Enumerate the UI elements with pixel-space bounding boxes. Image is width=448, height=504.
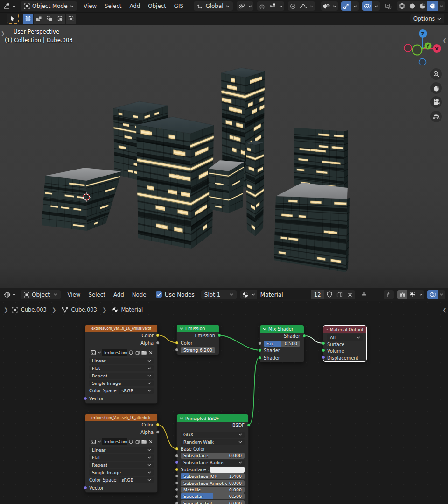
socket-input-subsurface-ior[interactable] — [175, 474, 179, 478]
select-mode-subtract-icon[interactable] — [44, 14, 55, 24]
material-name-field[interactable]: Material — [257, 290, 311, 299]
orthographic-toggle-icon[interactable] — [430, 111, 442, 122]
menu-3d-select[interactable]: Select — [101, 3, 126, 9]
snap-node-chevron-icon[interactable] — [418, 290, 424, 299]
node-material-output[interactable]: Material OutputAllSurfaceVolumeDisplacem… — [323, 325, 367, 362]
socket-input-specular-tint[interactable] — [175, 501, 179, 504]
socket-input-metallic[interactable] — [175, 488, 179, 491]
socket-input-subsurface-anisotropy[interactable] — [175, 481, 179, 485]
image-unlink-icon[interactable] — [147, 349, 154, 356]
editor-type-3d-viewport-icon[interactable] — [2, 1, 12, 11]
color-swatch-subsurface-[interactable] — [210, 467, 245, 473]
select-flat[interactable]: Flat — [89, 454, 154, 461]
select-flat[interactable]: Flat — [89, 365, 154, 371]
editor-type-chevron-icon[interactable] — [12, 5, 16, 7]
socket-input-color[interactable] — [175, 341, 179, 345]
socket-input-fac[interactable] — [258, 341, 262, 345]
snap-target-icon[interactable] — [267, 1, 278, 11]
menu-shader-select[interactable]: Select — [84, 291, 109, 298]
node-image-texture-emissive[interactable]: TexturesCom_Var...6_1K_emissive.tifColor… — [85, 324, 158, 404]
socket-output-alpha[interactable] — [156, 430, 160, 434]
socket-output-color[interactable] — [156, 334, 160, 337]
overlays-chevron-icon[interactable] — [372, 1, 380, 11]
menu-3d-object[interactable]: Object — [144, 3, 170, 9]
slider-strength[interactable]: Strength6.200 — [181, 347, 215, 353]
slider-subsurface-anisotropy[interactable]: Subsurface Anisotropy0.000 — [181, 480, 245, 486]
browse-material-icon[interactable] — [240, 290, 251, 299]
menu-shader-node[interactable]: Node — [128, 291, 150, 298]
select-all[interactable]: All — [327, 334, 363, 341]
node-collapse-icon[interactable] — [326, 328, 328, 331]
socket-input-shader[interactable] — [258, 348, 262, 352]
node-image-texture-albedo[interactable]: TexturesCom_Var...se6_1K_albedo.tiColorA… — [85, 413, 158, 493]
editor-type-shader-icon[interactable] — [2, 290, 12, 299]
shading-solid-icon[interactable] — [407, 1, 417, 11]
snap-node-magnet-icon[interactable] — [397, 290, 407, 299]
socket-input-volume[interactable] — [322, 348, 325, 352]
navigation-gizmo[interactable]: ZYX — [403, 26, 442, 65]
show-overlays-icon[interactable] — [362, 1, 372, 11]
select-color-space[interactable]: sRGB — [119, 477, 154, 483]
socket-input-base-color[interactable] — [175, 447, 179, 451]
new-material-copy-icon[interactable] — [335, 290, 345, 299]
select-repeat[interactable]: Repeat — [89, 462, 154, 468]
select-mode-invert-icon[interactable] — [55, 14, 65, 24]
shading-wireframe-icon[interactable] — [397, 1, 407, 11]
pivot-point-icon[interactable] — [237, 1, 247, 11]
socket-output-bsdf[interactable] — [247, 423, 251, 427]
menu-3d-gis[interactable]: GIS — [170, 3, 187, 9]
shader-type-dropdown[interactable]: Object — [21, 290, 61, 299]
fake-user-shield-icon[interactable] — [324, 290, 335, 299]
slider-specular[interactable]: Specular0.500 — [181, 493, 245, 499]
snap-chevron-icon[interactable] — [278, 1, 284, 11]
falloff-chevron-icon[interactable] — [308, 1, 315, 11]
image-copy-icon[interactable] — [134, 349, 140, 356]
image-open-folder-icon[interactable] — [141, 349, 147, 356]
shader-node-editor[interactable]: ❯ Cube.003 ❯ Cube.003 ❯ Material ❮ Textu… — [0, 301, 448, 504]
options-dropdown[interactable]: Options — [410, 14, 444, 23]
material-users-count[interactable]: 12 — [311, 290, 324, 299]
show-object-types-icon[interactable] — [321, 1, 331, 11]
pin-icon[interactable] — [359, 290, 369, 299]
image-name-field[interactable]: TexturesCom_... — [102, 349, 127, 356]
mode-dropdown[interactable]: Object Mode — [21, 1, 77, 11]
image-open-folder-icon[interactable] — [141, 438, 147, 445]
slider-specular-tint[interactable]: Specular Tint0.000 — [181, 500, 245, 504]
menu-shader-add[interactable]: Add — [109, 291, 128, 298]
socket-input-vector[interactable] — [84, 397, 87, 400]
parent-node-tree-icon[interactable] — [384, 290, 394, 299]
socket-output-emission[interactable] — [217, 334, 221, 337]
image-fake-user-shield-icon[interactable] — [128, 349, 134, 356]
socket-output-alpha[interactable] — [156, 341, 160, 345]
node-collapse-icon[interactable] — [180, 417, 183, 419]
node-collapse-icon[interactable] — [263, 328, 266, 330]
transform-orientation-dropdown[interactable]: Global — [194, 1, 232, 11]
select-color-space[interactable]: sRGB — [119, 388, 154, 394]
browse-material-chevron-icon[interactable] — [251, 290, 257, 299]
image-copy-icon[interactable] — [134, 438, 140, 445]
proportional-edit-icon[interactable] — [288, 1, 298, 11]
socket-input-specular[interactable] — [175, 495, 179, 498]
socket-input-displacement[interactable] — [322, 355, 325, 359]
image-fake-user-shield-icon[interactable] — [128, 438, 134, 445]
select-linear[interactable]: Linear — [89, 358, 154, 364]
slider-metallic[interactable]: Metallic0.000 — [181, 487, 245, 493]
socket-input-shader[interactable] — [258, 356, 262, 360]
socket-input-vector[interactable] — [84, 486, 87, 490]
node-collapse-icon[interactable] — [180, 327, 183, 330]
node-emission[interactable]: EmissionEmissionColorStrength6.200 — [176, 324, 219, 355]
image-unlink-icon[interactable] — [147, 438, 154, 445]
shading-material-icon[interactable] — [417, 1, 427, 11]
select-mode-intersect-icon[interactable] — [66, 14, 76, 24]
use-nodes-checkbox[interactable]: Use Nodes — [156, 291, 195, 298]
image-browse-icon[interactable] — [89, 349, 97, 356]
select-mode-set-icon[interactable] — [23, 14, 33, 24]
3d-viewport[interactable]: User Perspective (1) Collection | Cube.0… — [0, 25, 448, 288]
slot-dropdown[interactable]: Slot 1 — [201, 290, 237, 299]
socket-input-strength[interactable] — [175, 348, 179, 352]
select-linear[interactable]: Linear — [89, 447, 154, 453]
shading-rendered-icon[interactable] — [427, 1, 438, 11]
zoom-tool-icon[interactable] — [430, 68, 442, 80]
pivot-point-chevron-icon[interactable] — [247, 1, 253, 11]
select-mode-extend-icon[interactable] — [34, 14, 44, 24]
